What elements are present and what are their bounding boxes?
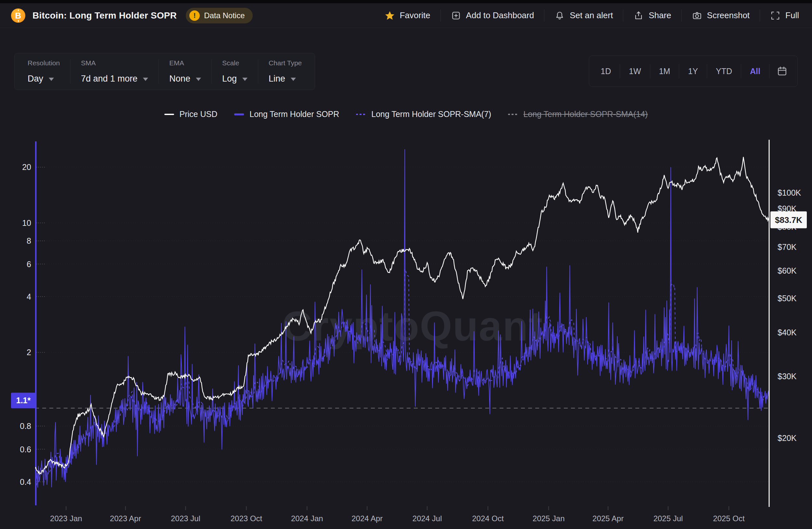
divider: [544, 10, 545, 22]
scale-dropdown[interactable]: ScaleLog: [212, 58, 258, 85]
sma-label: SMA: [81, 59, 148, 67]
page-title: Bitcoin: Long Term Holder SOPR: [32, 10, 177, 21]
camera-icon: [692, 10, 702, 21]
range-button-1m[interactable]: 1M: [650, 67, 679, 76]
svg-text:2024 Jul: 2024 Jul: [412, 514, 442, 523]
resolution-value: Day: [28, 74, 43, 84]
legend-swatch: [508, 114, 518, 115]
favorite-button[interactable]: Favorite: [382, 10, 432, 21]
bell-icon: [554, 10, 565, 21]
full-button[interactable]: Full: [768, 10, 801, 21]
dashboard-icon: [451, 10, 461, 21]
legend-item-2[interactable]: Long Term Holder SOPR: [234, 110, 339, 119]
svg-text:2023 Oct: 2023 Oct: [231, 514, 262, 523]
bitcoin-icon: B: [11, 9, 25, 23]
left-axis-labels: 201086420.80.60.4: [20, 162, 31, 486]
share-label: Share: [649, 10, 671, 20]
svg-text:2025 Oct: 2025 Oct: [713, 514, 745, 523]
sopr-line: [35, 149, 769, 510]
chart-type-label: Chart Type: [269, 59, 302, 67]
resolution-dropdown[interactable]: ResolutionDay: [17, 58, 70, 85]
set-an-alert-button[interactable]: Set an alert: [552, 10, 615, 21]
legend-label: Long Term Holder SOPR-SMA(7): [371, 110, 491, 119]
range-button-1w[interactable]: 1W: [620, 67, 650, 76]
svg-text:2: 2: [27, 348, 31, 357]
chevron-down-icon: [143, 78, 148, 81]
calendar-icon: [777, 66, 788, 77]
svg-text:6: 6: [27, 260, 31, 269]
header-actions: FavoriteAdd to DashboardSet an alertShar…: [382, 10, 801, 22]
legend-swatch: [356, 114, 366, 115]
header: B Bitcoin: Long Term Holder SOPR ! Data …: [0, 3, 812, 28]
legend-label: Long Term Holder SOPR: [249, 110, 339, 119]
share-icon: [633, 10, 644, 21]
svg-text:$40K: $40K: [778, 328, 797, 337]
add-to-dashboard-button[interactable]: Add to Dashboard: [449, 10, 536, 21]
svg-text:20: 20: [22, 162, 31, 172]
screenshot-label: Screenshot: [707, 10, 750, 20]
svg-text:2024 Jan: 2024 Jan: [291, 514, 323, 523]
svg-text:2025 Jul: 2025 Jul: [653, 514, 683, 523]
legend-item-3[interactable]: Long Term Holder SOPR-SMA(7): [356, 110, 491, 119]
legend-label: Price USD: [179, 110, 218, 119]
svg-text:2025 Apr: 2025 Apr: [592, 514, 624, 523]
warning-icon: !: [189, 10, 200, 21]
range-button-1y[interactable]: 1Y: [679, 67, 707, 76]
chevron-down-icon: [291, 78, 296, 81]
svg-text:2023 Apr: 2023 Apr: [110, 514, 141, 523]
svg-text:2024 Apr: 2024 Apr: [351, 514, 382, 523]
range-button-ytd[interactable]: YTD: [707, 67, 741, 76]
fullscreen-icon: [770, 10, 781, 21]
svg-text:$83.7K: $83.7K: [775, 215, 802, 225]
svg-text:8: 8: [27, 236, 31, 245]
svg-text:0.8: 0.8: [20, 421, 31, 431]
ema-label: EMA: [169, 59, 201, 67]
svg-text:2024 Oct: 2024 Oct: [472, 514, 504, 523]
svg-text:$100K: $100K: [778, 188, 801, 197]
sopr-current-value-badge: 1.1*: [11, 392, 36, 408]
resolution-label: Resolution: [28, 59, 60, 67]
legend-item-4[interactable]: Long Term Holder SOPR-SMA(14): [508, 110, 648, 119]
range-button-1d[interactable]: 1D: [592, 67, 620, 76]
chart-type-dropdown[interactable]: Chart TypeLine: [258, 58, 312, 85]
scale-value: Log: [222, 74, 237, 84]
svg-text:$50K: $50K: [778, 294, 797, 303]
svg-text:$60K: $60K: [778, 266, 797, 275]
sma-dropdown[interactable]: SMA7d and 1 more: [71, 58, 159, 85]
header-left: B Bitcoin: Long Term Holder SOPR ! Data …: [11, 8, 253, 24]
watermark: CryptoQuant: [282, 303, 543, 349]
toolbar-row: ResolutionDaySMA7d and 1 moreEMANoneScal…: [0, 53, 812, 90]
svg-text:1.1*: 1.1*: [16, 396, 31, 405]
chart-canvas[interactable]: CryptoQuant201086420.80.60.4$100K$90K$80…: [0, 137, 812, 529]
divider: [623, 10, 623, 22]
screenshot-button[interactable]: Screenshot: [690, 10, 752, 21]
cryptoquant-chart-page: B Bitcoin: Long Term Holder SOPR ! Data …: [0, 0, 812, 119]
chevron-down-icon: [49, 78, 54, 81]
svg-text:0.4: 0.4: [20, 477, 31, 486]
ema-dropdown[interactable]: EMANone: [159, 58, 212, 85]
x-axis-labels: 2023 Jan2023 Apr2023 Jul2023 Oct2024 Jan…: [50, 506, 745, 523]
favorite-label: Favorite: [400, 10, 430, 20]
scale-label: Scale: [222, 59, 247, 67]
divider: [760, 10, 760, 22]
chevron-down-icon: [242, 78, 247, 81]
range-selector: 1D1W1M1YYTDAll: [589, 56, 798, 87]
legend-item-1[interactable]: Price USD: [164, 110, 218, 119]
svg-text:2025 Jan: 2025 Jan: [533, 514, 565, 523]
svg-text:$30K: $30K: [778, 372, 797, 381]
svg-text:$20K: $20K: [778, 433, 797, 443]
add-to-dashboard-label: Add to Dashboard: [466, 10, 534, 20]
chart-controls: ResolutionDaySMA7d and 1 moreEMANoneScal…: [14, 53, 315, 90]
chart-legend: Price USDLong Term Holder SOPRLong Term …: [0, 110, 812, 119]
range-button-all[interactable]: All: [741, 67, 769, 76]
data-notice-badge[interactable]: ! Data Notice: [186, 8, 252, 24]
full-label: Full: [785, 10, 799, 20]
price-current-value-badge: $83.7K: [770, 212, 807, 228]
share-button[interactable]: Share: [632, 10, 673, 21]
svg-text:2023 Jul: 2023 Jul: [171, 514, 200, 523]
legend-label: Long Term Holder SOPR-SMA(14): [523, 110, 648, 119]
divider: [440, 10, 441, 22]
calendar-button[interactable]: [769, 66, 795, 77]
chart-type-value: Line: [269, 74, 285, 84]
svg-text:0.6: 0.6: [20, 445, 31, 454]
